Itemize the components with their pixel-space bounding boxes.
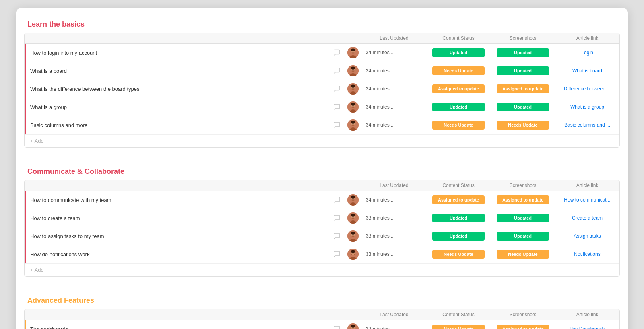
table-row[interactable]: What is a board 34 minutes ...Needs Upda… <box>25 62 619 80</box>
content-status-col[interactable]: Needs Update <box>426 323 491 329</box>
chat-icon-col[interactable] <box>330 196 344 204</box>
content-status-col[interactable]: Needs Update <box>426 248 491 260</box>
article-link[interactable]: Login <box>581 50 593 56</box>
last-updated-col: 34 minutes ... <box>362 104 426 110</box>
row-title: The dashboards <box>26 326 330 329</box>
chat-icon-col[interactable] <box>330 251 344 258</box>
content-status-col[interactable]: Updated <box>426 230 491 242</box>
avatar-col <box>344 230 362 242</box>
article-link-col[interactable]: Notifications <box>555 251 619 257</box>
table-wrapper: Last UpdatedContent StatusScreenshotsArt… <box>24 33 620 148</box>
add-row-button[interactable]: + Add <box>25 263 619 276</box>
avatar <box>347 194 359 206</box>
section-divider <box>24 160 620 160</box>
content-status-badge: Needs Update <box>432 325 485 329</box>
content-status-col[interactable]: Updated <box>426 47 491 59</box>
table-row[interactable]: What is a group 34 minutes ...UpdatedUpd… <box>25 98 619 116</box>
chat-icon-col[interactable] <box>330 325 344 329</box>
add-row-button[interactable]: + Add <box>25 134 619 147</box>
table-row[interactable]: How to communicate with my team 34 minut… <box>25 191 619 209</box>
table-row[interactable]: The dashboards 33 minutes ...Needs Updat… <box>25 320 619 329</box>
article-link-col[interactable]: Basic columns and ... <box>555 122 619 128</box>
article-link-col[interactable]: What is board <box>555 68 619 74</box>
screenshots-col[interactable]: Assigned to update <box>491 323 555 329</box>
col-header-content-status: Content Status <box>426 183 491 188</box>
article-link-col[interactable]: Login <box>555 50 619 56</box>
article-link-col[interactable]: How to communicat... <box>555 197 619 203</box>
chat-icon <box>333 85 341 93</box>
table-row[interactable]: Basic columns and more 34 minutes ...Nee… <box>25 116 619 134</box>
screenshots-col[interactable]: Updated <box>491 65 555 77</box>
article-link-col[interactable]: Difference between ... <box>555 86 619 92</box>
article-link-col[interactable]: Create a team <box>555 215 619 221</box>
screenshots-col[interactable]: Updated <box>491 212 555 224</box>
article-link[interactable]: What is board <box>572 68 602 74</box>
last-updated-col: 33 minutes ... <box>362 215 426 221</box>
chat-icon <box>333 232 341 240</box>
screenshots-col[interactable]: Updated <box>491 230 555 242</box>
time-text: 33 minutes ... <box>366 215 395 221</box>
article-link[interactable]: What is a group <box>570 104 604 110</box>
content-status-col[interactable]: Assigned to update <box>426 194 491 206</box>
content-status-col[interactable]: Assigned to update <box>426 83 491 95</box>
avatar-col <box>344 83 362 95</box>
chat-icon <box>333 214 341 222</box>
chat-icon-col[interactable] <box>330 232 344 240</box>
section-title: Communicate & Collaborate <box>24 167 620 176</box>
chat-icon-col[interactable] <box>330 67 344 74</box>
content-status-col[interactable]: Updated <box>426 101 491 113</box>
avatar-col <box>344 101 362 113</box>
chat-icon <box>333 67 341 74</box>
article-link-col[interactable]: The Dashboards <box>555 326 619 329</box>
avatar <box>347 119 359 131</box>
screenshots-badge: Updated <box>497 66 549 75</box>
article-link-col[interactable]: What is a group <box>555 104 619 110</box>
table-row[interactable]: How to login into my account 34 minutes … <box>25 44 619 62</box>
chat-icon-col[interactable] <box>330 214 344 222</box>
chat-icon <box>333 196 341 204</box>
avatar-col <box>344 212 362 224</box>
screenshots-col[interactable]: Updated <box>491 101 555 113</box>
chat-icon-col[interactable] <box>330 103 344 111</box>
content-status-badge: Updated <box>432 48 485 57</box>
screenshots-col[interactable]: Assigned to update <box>491 83 555 95</box>
table-row[interactable]: What is the difference between the board… <box>25 80 619 98</box>
content-status-badge: Needs Update <box>432 250 485 259</box>
article-link[interactable]: Basic columns and ... <box>564 122 610 128</box>
col-header-article-link: Article link <box>555 312 619 317</box>
content-status-col[interactable]: Needs Update <box>426 119 491 131</box>
table-row[interactable]: How do notifications work 33 minutes ...… <box>25 245 619 263</box>
col-header-content-status: Content Status <box>426 312 491 317</box>
table-row[interactable]: How to assign tasks to my team 33 minute… <box>25 227 619 245</box>
screenshots-badge: Assigned to update <box>497 325 549 329</box>
avatar <box>347 101 359 113</box>
article-link[interactable]: Create a team <box>572 215 603 221</box>
article-link[interactable]: Assign tasks <box>574 233 601 239</box>
article-link[interactable]: Difference between ... <box>564 86 611 92</box>
content-status-col[interactable]: Needs Update <box>426 65 491 77</box>
table-row[interactable]: How to create a team 33 minutes ...Updat… <box>25 209 619 227</box>
article-link[interactable]: Notifications <box>574 251 600 257</box>
article-link-col[interactable]: Assign tasks <box>555 233 619 239</box>
screenshots-col[interactable]: Needs Update <box>491 119 555 131</box>
last-updated-col: 33 minutes ... <box>362 326 426 329</box>
column-headers: Last UpdatedContent StatusScreenshotsArt… <box>25 309 619 320</box>
avatar <box>347 230 359 242</box>
article-link[interactable]: How to communicat... <box>564 197 610 203</box>
time-text: 34 minutes ... <box>366 86 395 92</box>
time-text: 33 minutes ... <box>366 251 395 257</box>
screenshots-col[interactable]: Needs Update <box>491 248 555 260</box>
screenshots-col[interactable]: Updated <box>491 47 555 59</box>
chat-icon-col[interactable] <box>330 49 344 56</box>
chat-icon <box>333 103 341 111</box>
avatar <box>347 83 359 95</box>
screenshots-col[interactable]: Assigned to update <box>491 194 555 206</box>
screenshots-badge: Updated <box>497 214 549 222</box>
chat-icon-col[interactable] <box>330 85 344 93</box>
chat-icon-col[interactable] <box>330 121 344 129</box>
screenshots-badge: Needs Update <box>497 250 549 259</box>
col-header-last-updated: Last Updated <box>362 312 426 317</box>
content-status-col[interactable]: Updated <box>426 212 491 224</box>
avatar <box>347 249 359 260</box>
article-link[interactable]: The Dashboards <box>570 326 605 329</box>
